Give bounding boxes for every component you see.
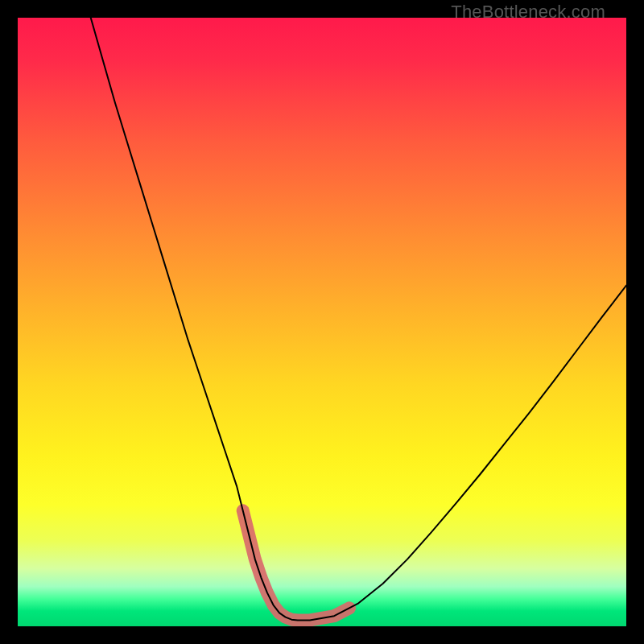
plot-area [18, 18, 626, 626]
chart-frame: TheBottleneck.com [18, 0, 626, 626]
gradient-background [18, 18, 626, 626]
bottleneck-chart [18, 18, 626, 626]
